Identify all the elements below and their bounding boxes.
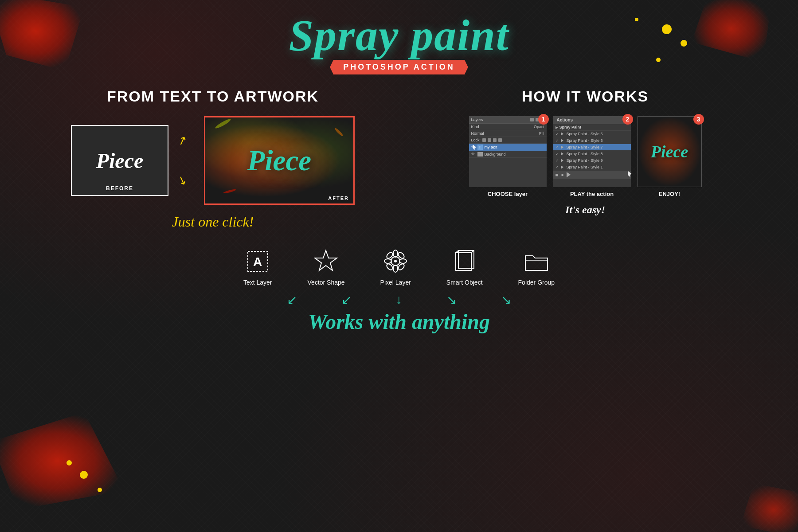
arrow-down-5: ↘ (501, 293, 511, 307)
splash-particle-3 (223, 188, 236, 194)
subtitle-banner: PHOTOSHOP ACTION (330, 60, 468, 74)
before-label: BEFORE (106, 185, 133, 192)
left-column: FROM TEXT TO ARTWORK Piece BEFORE ↗ ↘ (35, 88, 390, 230)
right-column: HOW IT WORKS 1 Layers (408, 88, 763, 230)
two-column-section: FROM TEXT TO ARTWORK Piece BEFORE ↗ ↘ (0, 88, 798, 230)
icon-item-folder-group: Folder Group (518, 248, 555, 286)
step-3-container: 3 Piece ENJOY! (638, 116, 702, 197)
layers-normal-row: Normal Fill (469, 130, 547, 137)
after-box: Piece AFTER (204, 116, 355, 205)
play-icon-1 (561, 132, 563, 136)
after-label: AFTER (328, 196, 349, 201)
actions-header: Actions (553, 116, 631, 124)
action-row-1[interactable]: ✓ Spray Paint - Style 5 (553, 131, 631, 137)
layers-toolbar: Layers (469, 116, 547, 124)
actions-panel: Actions ▶ Spray Paint ✓ Spray Paint - St… (553, 116, 631, 187)
smart-object-icon-box (451, 248, 478, 274)
arrows-container: ↗ ↘ (177, 125, 195, 196)
arrow-bottom: ↘ (175, 172, 189, 188)
step-3-box: 3 Piece (638, 116, 702, 187)
spray-paint-group-row: ▶ Spray Paint (553, 124, 631, 131)
icon-item-smart-object: Smart Object (446, 248, 483, 286)
layers-icon-1 (530, 118, 534, 121)
text-layer-icon: A (246, 249, 270, 274)
step-2-container: 2 Actions ▶ Spray Paint ✓ Spray (553, 116, 631, 197)
pixel-layer-label: Pixel Layer (380, 279, 411, 286)
step-3-number: 3 (693, 114, 704, 125)
icon-item-vector-shape: Vector Shape (308, 248, 345, 286)
svg-marker-2 (315, 250, 337, 270)
actions-bottom-toolbar: ■ ● (553, 171, 631, 179)
play-icon-3 (561, 145, 563, 149)
folder-group-icon-box (523, 248, 550, 274)
step-2-number: 2 (622, 114, 633, 125)
step-1-label: CHOOSE layer (488, 191, 528, 197)
step-1-container: 1 Layers Kind (469, 116, 547, 197)
layers-panel: Layers Kind Opaci (469, 116, 547, 187)
result-text: Piece (651, 142, 688, 161)
works-with-tagline: Works with anything (35, 309, 763, 334)
result-preview: Piece (638, 116, 702, 187)
play-button[interactable] (567, 172, 571, 177)
svg-point-8 (399, 259, 407, 263)
smart-object-label: Smart Object (446, 279, 483, 286)
action-row-6[interactable]: ✓ Spray Paint - Style 1 (553, 164, 631, 171)
logo-title: Spray paint (289, 13, 509, 58)
record-icon: ● (561, 172, 564, 177)
step-2-box: 2 Actions ▶ Spray Paint ✓ Spray (553, 116, 631, 187)
svg-text:A: A (253, 255, 262, 269)
vector-shape-icon-box (313, 248, 340, 274)
action-row-4[interactable]: ✓ Spray Paint - Style 8 (553, 151, 631, 157)
pixel-layer-icon (383, 249, 408, 274)
easy-text: It's easy! (408, 204, 763, 216)
stop-icon: ■ (555, 172, 559, 177)
after-text: Piece (247, 144, 311, 177)
step-3-label: ENJOY! (659, 191, 680, 197)
bg-layer-thumb (477, 152, 483, 156)
before-text: Piece (96, 149, 144, 173)
svg-point-5 (393, 250, 398, 257)
play-icon-6 (561, 165, 563, 169)
text-layer-icon-row: T (477, 145, 483, 150)
step-2-label: PLAY the action (570, 191, 614, 197)
main-content: Spray paint PHOTOSHOP ACTION FROM TEXT T… (0, 0, 798, 532)
splash-particle-2 (334, 127, 344, 137)
svg-point-4 (394, 260, 397, 262)
svg-point-6 (393, 265, 398, 272)
tagline: Just one click! (35, 214, 390, 230)
action-row-2[interactable]: ✓ Spray Paint - Style 6 (553, 137, 631, 144)
step-1-number: 1 (538, 114, 549, 125)
layers-background-row[interactable]: 👁 Background (469, 151, 547, 158)
layers-my-text-row[interactable]: 👁 T my text (469, 144, 547, 151)
bottom-section: A Text Layer Vector Shape (0, 248, 798, 334)
step-1-box: 1 Layers Kind (469, 116, 547, 187)
eye-icon-bg: 👁 (471, 152, 476, 156)
play-icon-2 (561, 139, 563, 142)
arrow-down-3: ↓ (396, 293, 402, 307)
before-box: Piece BEFORE (71, 125, 168, 196)
arrow-down-4: ↘ (446, 293, 457, 307)
left-section-title: FROM TEXT TO ARTWORK (35, 88, 390, 105)
text-layer-label: Text Layer (243, 279, 272, 286)
play-icon-4 (561, 152, 563, 156)
folder-group-label: Folder Group (518, 279, 555, 286)
vector-shape-icon (314, 249, 338, 274)
arrow-down-2: ↙ (341, 293, 352, 307)
splash-particle-1 (215, 118, 232, 130)
before-after-container: Piece BEFORE ↗ ↘ Piece (35, 116, 390, 205)
action-row-3[interactable]: ✓ Spray Paint - Style 7 (553, 144, 631, 151)
folder-group-icon (523, 249, 550, 274)
action-row-5[interactable]: ✓ Spray Paint - Style 9 (553, 157, 631, 164)
svg-point-7 (384, 259, 391, 263)
header: Spray paint PHOTOSHOP ACTION (289, 13, 509, 74)
layers-kind-row: Kind Opaci (469, 124, 547, 130)
icon-row: A Text Layer Vector Shape (35, 248, 763, 286)
play-icon-5 (561, 159, 563, 162)
how-steps: 1 Layers Kind (408, 116, 763, 197)
text-layer-icon-box: A (244, 248, 271, 274)
icon-item-pixel-layer: Pixel Layer (380, 248, 411, 286)
arrow-down-1: ↙ (287, 293, 297, 307)
layers-lock-row: Lock: (469, 137, 547, 144)
arrow-row: ↙ ↙ ↓ ↘ ↘ (35, 293, 763, 307)
right-section-title: HOW IT WORKS (408, 88, 763, 105)
